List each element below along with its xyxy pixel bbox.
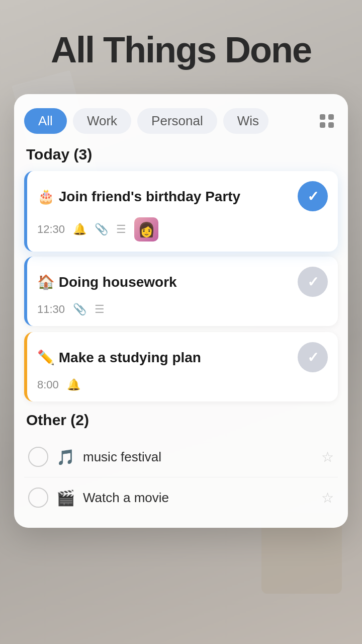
grid-view-button[interactable]: [316, 110, 338, 132]
bell-icon: 🔔: [73, 223, 86, 236]
task-time: 11:30: [37, 303, 65, 316]
task-emoji: 🏠: [37, 274, 55, 290]
task-title: Watch a movie: [83, 490, 313, 506]
star-button[interactable]: ☆: [321, 490, 334, 506]
grid-dot: [328, 122, 334, 128]
task-emoji: 🎵: [56, 448, 75, 466]
task-title-row: 🎂 Join friend's birthday Party ✓: [37, 181, 328, 211]
other-section: Other (2) 🎵 music festival ☆ 🎬 Watch a m…: [24, 412, 338, 518]
filter-tabs: All Work Personal Wis: [24, 108, 338, 134]
task-title-row: 🏠 Doing housework ✓: [37, 267, 328, 297]
tab-personal[interactable]: Personal: [137, 108, 217, 134]
grid-dot: [320, 122, 325, 128]
task-title: 🎂 Join friend's birthday Party: [37, 188, 290, 205]
task-complete-button[interactable]: ✓: [298, 181, 328, 211]
star-button[interactable]: ☆: [321, 449, 334, 465]
other-section-header: Other (2): [24, 412, 338, 429]
task-emoji: 🎂: [37, 189, 55, 204]
task-time: 8:00: [37, 378, 59, 391]
task-item: 🎂 Join friend's birthday Party ✓ 12:30 🔔…: [24, 171, 338, 252]
attachment-icon: 📎: [73, 303, 86, 316]
task-title: 🏠 Doing housework: [37, 274, 290, 290]
grid-dot: [328, 114, 334, 120]
task-emoji: 🎬: [56, 489, 75, 507]
bell-icon: 🔔: [67, 378, 80, 391]
task-emoji: ✏️: [37, 350, 55, 365]
today-section-header: Today (3): [24, 146, 338, 163]
task-title-row: ✏️ Make a studying plan ✓: [37, 342, 328, 372]
task-title: ✏️ Make a studying plan: [37, 349, 290, 366]
main-card: All Work Personal Wis Today (3) 🎂 Join f…: [14, 94, 348, 528]
task-title: music festival: [83, 449, 313, 465]
list-icon: ☰: [95, 303, 105, 316]
task-meta: 12:30 🔔 📎 ☰ 👩: [37, 217, 328, 242]
task-meta: 11:30 📎 ☰: [37, 303, 328, 316]
tab-work[interactable]: Work: [73, 108, 131, 134]
task-item: ✏️ Make a studying plan ✓ 8:00 🔔: [24, 332, 338, 401]
task-complete-button[interactable]: ✓: [298, 342, 328, 372]
grid-dots-icon: [320, 114, 334, 128]
tab-wish[interactable]: Wis: [223, 108, 268, 134]
task-circle-check[interactable]: [28, 447, 48, 467]
app-title: All Things Done: [0, 0, 362, 70]
task-meta: 8:00 🔔: [37, 378, 328, 391]
check-icon: ✓: [307, 274, 319, 290]
task-thumbnail[interactable]: 👩: [134, 217, 158, 242]
check-icon: ✓: [307, 349, 319, 366]
task-time: 12:30: [37, 223, 65, 236]
task-item: 🏠 Doing housework ✓ 11:30 📎 ☰: [24, 257, 338, 326]
other-task-item: 🎵 music festival ☆: [24, 437, 338, 477]
task-complete-button[interactable]: ✓: [298, 267, 328, 297]
grid-dot: [320, 114, 325, 120]
tab-all[interactable]: All: [24, 108, 67, 134]
attachment-icon: 📎: [95, 223, 108, 236]
task-circle-check[interactable]: [28, 488, 48, 508]
check-icon: ✓: [307, 188, 319, 205]
list-icon: ☰: [116, 223, 126, 236]
other-task-item: 🎬 Watch a movie ☆: [24, 477, 338, 518]
